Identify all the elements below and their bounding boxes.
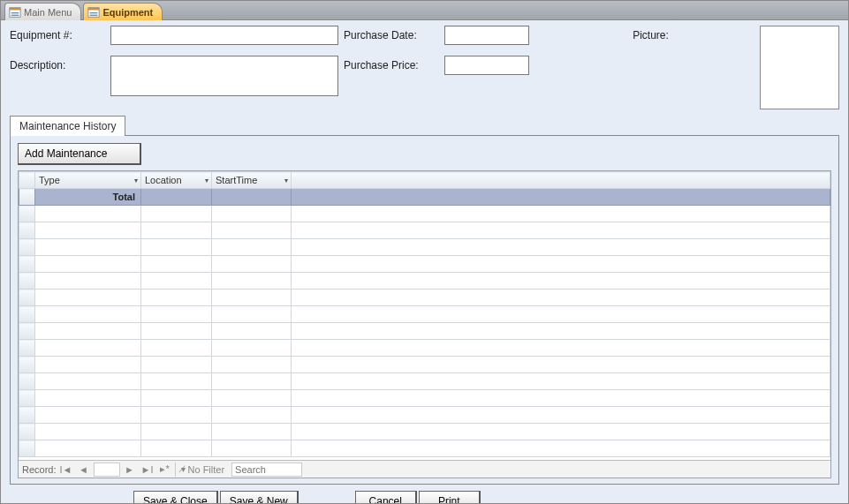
total-empty-cell	[292, 189, 830, 206]
chevron-down-icon[interactable]: ▾	[134, 177, 138, 184]
subform-tab-maintenance-history[interactable]: Maintenance History	[10, 116, 125, 136]
filter-indicator[interactable]: ▾̸ No Filter	[175, 463, 231, 477]
col-starttime[interactable]: StartTime ▾	[212, 172, 292, 189]
equipment-form: Equipment #: Purchase Date: Picture: Des…	[1, 20, 848, 503]
svg-rect-1	[10, 7, 20, 10]
tab-main-menu[interactable]: Main Menu	[4, 3, 81, 20]
row-selector[interactable]	[19, 189, 35, 206]
equipment-no-input[interactable]	[110, 26, 338, 45]
subform-panel: Add Maintenance Type ▾ Location	[10, 135, 839, 485]
purchase-date-label: Purchase Date:	[344, 26, 441, 41]
button-gap	[300, 491, 353, 504]
col-location[interactable]: Location ▾	[141, 172, 212, 189]
funnel-icon: ▾̸	[181, 464, 186, 474]
nav-new-icon[interactable]: ▸*	[157, 463, 173, 477]
total-row: Total	[19, 189, 830, 206]
nav-last-icon[interactable]: ►I	[140, 463, 155, 477]
picture-box[interactable]	[760, 26, 839, 109]
col-location-label: Location	[145, 175, 182, 185]
col-empty	[292, 172, 830, 189]
purchase-date-input[interactable]	[444, 26, 529, 45]
purchase-price-label: Purchase Price:	[344, 56, 441, 71]
record-search-input[interactable]	[231, 463, 302, 477]
chevron-down-icon[interactable]: ▾	[205, 177, 208, 184]
col-starttime-label: StartTime	[216, 175, 257, 185]
description-input[interactable]	[110, 56, 338, 96]
save-new-button[interactable]: Save & New	[220, 491, 299, 504]
print-button[interactable]: Print	[419, 491, 481, 504]
save-close-button[interactable]: Save & Close	[133, 491, 218, 504]
record-position[interactable]	[94, 463, 120, 477]
tab-equipment[interactable]: Equipment	[83, 3, 163, 20]
tab-main-menu-label: Main Menu	[24, 7, 72, 18]
window-tab-bar: Main Menu Equipment	[1, 1, 848, 20]
equipment-no-label: Equipment #:	[10, 26, 107, 41]
maintenance-table: Type ▾ Location ▾ StartTime ▾	[19, 171, 830, 457]
subform-wrap: Maintenance History Add Maintenance Type…	[10, 115, 839, 485]
select-all-corner[interactable]	[19, 172, 35, 189]
description-label: Description:	[10, 56, 107, 71]
col-type[interactable]: Type ▾	[35, 172, 141, 189]
nav-first-icon[interactable]: I◄	[58, 463, 74, 477]
total-location-cell	[141, 189, 212, 206]
add-maintenance-button[interactable]: Add Maintenance	[18, 143, 141, 165]
chevron-down-icon[interactable]: ▾	[284, 177, 288, 184]
svg-rect-5	[88, 7, 99, 10]
total-label-cell: Total	[35, 189, 141, 206]
purchase-price-input[interactable]	[444, 56, 529, 75]
nav-prev-icon[interactable]: ◄	[76, 463, 92, 477]
filter-text: No Filter	[188, 464, 225, 475]
form-icon	[9, 6, 21, 19]
header-fields: Equipment #: Purchase Date: Picture: Des…	[10, 26, 839, 109]
bottom-button-bar: Save & Close Save & New Cancel Print	[10, 485, 839, 504]
maintenance-grid: Type ▾ Location ▾ StartTime ▾	[18, 170, 831, 478]
form-icon	[87, 6, 100, 19]
grid-scroll[interactable]: Type ▾ Location ▾ StartTime ▾	[19, 171, 830, 460]
svg-rect-2	[11, 12, 19, 13]
svg-rect-7	[90, 14, 98, 15]
tab-equipment-label: Equipment	[102, 7, 153, 18]
col-type-label: Type	[39, 175, 60, 185]
cancel-button[interactable]: Cancel	[355, 491, 417, 504]
record-label: Record:	[22, 464, 57, 475]
picture-label: Picture:	[545, 26, 756, 41]
nav-next-icon[interactable]: ►	[122, 463, 138, 477]
svg-rect-6	[90, 12, 98, 13]
svg-rect-3	[11, 14, 19, 15]
record-navigator: Record: I◄ ◄ ► ►I ▸* ▾̸ No Filter	[19, 460, 830, 478]
total-starttime-cell	[212, 189, 292, 206]
